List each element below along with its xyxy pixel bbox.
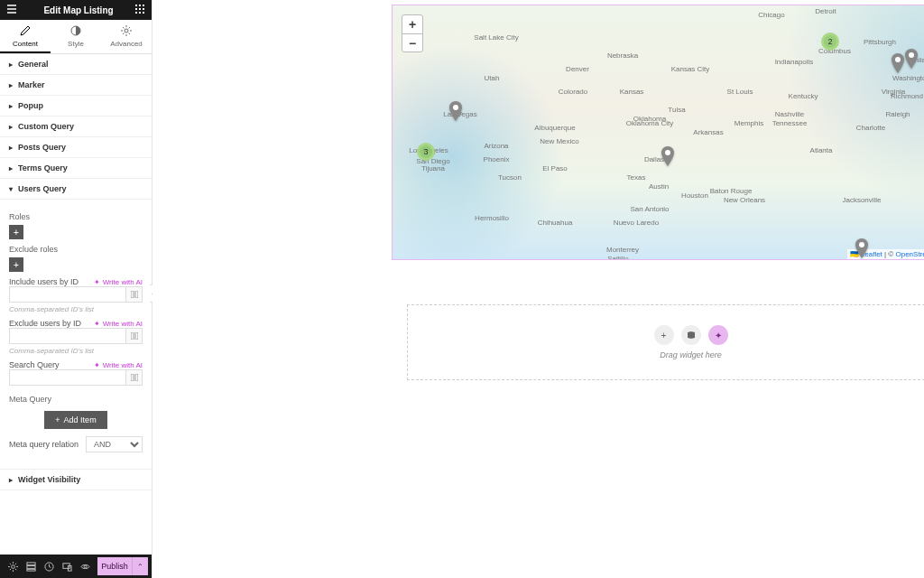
contrast-icon: [51, 25, 101, 38]
caret-right-icon: ▸: [9, 164, 13, 172]
map-marker[interactable]: [661, 146, 675, 166]
city-label: Baton Rouge: [710, 187, 753, 195]
svg-rect-5: [143, 8, 144, 10]
city-label: Tucson: [498, 173, 522, 182]
write-with-ai-link[interactable]: ✦ Write with AI: [94, 361, 143, 369]
dynamic-tags-icon[interactable]: [126, 369, 143, 386]
city-label: Virginia: [882, 88, 906, 96]
osm-link[interactable]: OpenStreetMap: [895, 250, 924, 258]
city-label: Chicago: [758, 11, 784, 19]
exclude-users-input[interactable]: [9, 328, 126, 344]
city-label: Washington: [892, 74, 924, 82]
city-label: Tennessee: [772, 119, 808, 127]
exclude-helper: Comma-separated ID's list: [9, 347, 143, 355]
add-template-button[interactable]: [681, 325, 701, 345]
svg-point-10: [125, 29, 128, 33]
panel-users-query[interactable]: ▾Users Query: [0, 179, 152, 200]
add-role-button[interactable]: +: [9, 225, 23, 239]
drop-zone-text: Drag widget here: [660, 350, 722, 359]
city-label: Raleigh: [885, 110, 910, 118]
plus-icon: +: [55, 415, 60, 424]
city-label: Kentucky: [789, 92, 818, 100]
responsive-icon[interactable]: [58, 557, 76, 575]
map-marker[interactable]: [891, 53, 905, 73]
tab-content[interactable]: Content: [0, 20, 51, 53]
dynamic-tags-icon[interactable]: [126, 328, 143, 344]
map-cluster[interactable]: 2: [821, 33, 839, 51]
map-widget[interactable]: + − 🇺🇦 Leaflet | © OpenStreetMap contrib…: [392, 5, 924, 260]
city-label: Kansas City: [671, 65, 710, 73]
map-marker[interactable]: [448, 101, 463, 121]
publish-button[interactable]: Publish: [97, 557, 132, 575]
write-with-ai-link[interactable]: ✦ Write with AI: [94, 278, 143, 286]
city-label: Kansas: [620, 88, 644, 96]
hamburger-icon[interactable]: [7, 5, 16, 15]
city-label: Austin: [649, 182, 669, 191]
svg-rect-16: [26, 565, 34, 568]
apps-grid-icon[interactable]: [135, 5, 144, 15]
ai-button[interactable]: ✦: [708, 325, 728, 345]
city-label: Colorado: [559, 88, 587, 96]
caret-down-icon: ▾: [9, 185, 13, 193]
city-label: El Paso: [542, 164, 568, 172]
meta-query-label: Meta Query: [9, 395, 143, 404]
navigator-icon[interactable]: [22, 557, 40, 575]
panel-terms-query[interactable]: ▸Terms Query: [0, 158, 152, 179]
meta-relation-label: Meta query relation: [9, 440, 79, 449]
city-label: New Mexico: [540, 137, 579, 145]
panel-custom-query[interactable]: ▸Custom Query: [0, 117, 152, 137]
sidebar-footer: Publish ⌃: [0, 555, 152, 578]
map-marker[interactable]: [904, 49, 919, 69]
panel-marker[interactable]: ▸Marker: [0, 75, 152, 96]
sidebar: Edit Map Listing Content Style Advanced …: [0, 0, 152, 578]
add-exclude-role-button[interactable]: +: [9, 257, 23, 272]
city-label: Nebraska: [607, 51, 638, 60]
svg-rect-6: [135, 12, 137, 14]
map-marker[interactable]: [855, 238, 869, 258]
city-label: Utah: [485, 74, 500, 82]
panel-popup-label: Popup: [18, 101, 43, 110]
panel-popup[interactable]: ▸Popup: [0, 96, 152, 117]
city-label: Atlanta: [810, 146, 833, 154]
panel-general[interactable]: ▸General: [0, 54, 152, 75]
city-label: Salt Lake City: [474, 33, 518, 42]
add-widget-button[interactable]: +: [654, 325, 674, 345]
include-users-input[interactable]: [9, 286, 126, 303]
add-item-button[interactable]: +Add Item: [44, 411, 106, 429]
city-label: Pittsburgh: [864, 38, 896, 46]
city-label: Phoenix: [484, 155, 510, 163]
settings-icon[interactable]: [4, 557, 22, 575]
preview-icon[interactable]: [76, 557, 94, 575]
svg-rect-4: [139, 8, 141, 10]
search-query-input[interactable]: [9, 369, 126, 386]
tab-advanced[interactable]: Advanced: [101, 20, 152, 53]
panel-widget-visibility[interactable]: ▸Widget Visibility: [0, 469, 152, 490]
history-icon[interactable]: [40, 557, 58, 575]
drop-zone[interactable]: + ✦ Drag widget here: [407, 304, 924, 380]
panel-posts-query[interactable]: ▸Posts Query: [0, 137, 152, 158]
zoom-out-button[interactable]: −: [402, 33, 422, 51]
svg-rect-1: [139, 5, 141, 6]
tab-style[interactable]: Style: [51, 20, 101, 53]
svg-point-24: [895, 57, 901, 62]
map-cluster[interactable]: 3: [417, 143, 435, 161]
svg-point-14: [11, 564, 14, 568]
publish-options-button[interactable]: ⌃: [132, 557, 148, 575]
zoom-in-button[interactable]: +: [402, 15, 422, 33]
svg-point-23: [665, 150, 670, 155]
city-label: Albuquerque: [534, 124, 575, 132]
city-label: Tulsa: [668, 106, 685, 114]
city-label: St Louis: [727, 88, 753, 96]
caret-right-icon: ▸: [9, 61, 13, 69]
editor-canvas: + − 🇺🇦 Leaflet | © OpenStreetMap contrib…: [152, 0, 924, 578]
svg-rect-17: [26, 569, 34, 571]
write-with-ai-link[interactable]: ✦ Write with AI: [94, 320, 143, 328]
dynamic-tags-icon[interactable]: [126, 286, 143, 303]
city-label: Denver: [566, 65, 589, 73]
city-label: Monterrey: [606, 246, 639, 254]
svg-point-25: [909, 52, 914, 58]
svg-point-28: [859, 242, 864, 247]
meta-relation-select[interactable]: AND: [86, 436, 143, 452]
city-label: Memphis: [735, 119, 763, 127]
caret-right-icon: ▸: [9, 81, 13, 89]
